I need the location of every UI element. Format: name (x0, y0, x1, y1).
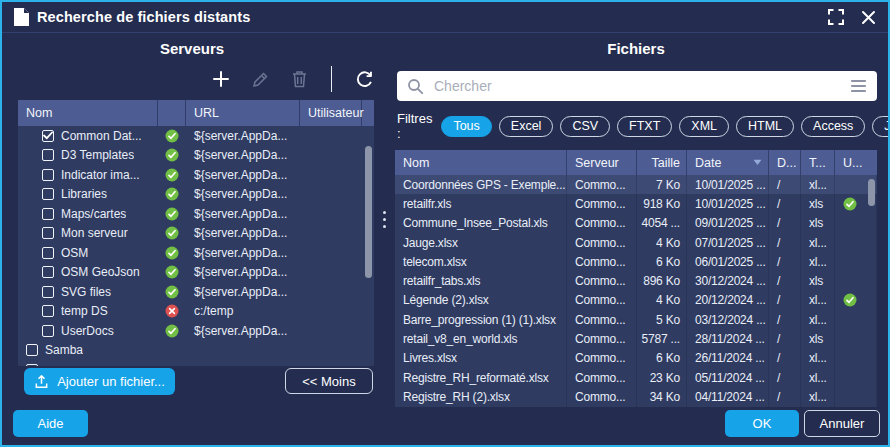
filter-pill-xml[interactable]: XML (679, 116, 729, 137)
server-row[interactable]: Mon serveur${server.AppDa... (18, 224, 374, 244)
less-button[interactable]: << Moins (285, 368, 373, 394)
filter-pill-json[interactable]: JSON (872, 116, 890, 137)
server-checkbox[interactable] (26, 364, 38, 366)
ok-button[interactable]: OK (725, 410, 799, 437)
file-row[interactable]: Barre_progression (1) (1).xlsxCommo...5 … (395, 310, 877, 329)
server-row[interactable]: Samba (18, 341, 374, 361)
fullscreen-button[interactable] (827, 8, 845, 26)
server-checkbox[interactable] (26, 344, 38, 356)
file-used (835, 252, 877, 271)
file-folder: / (769, 175, 801, 194)
used-ok-icon (843, 293, 857, 307)
server-column-header[interactable]: Nom (18, 100, 158, 126)
file-used (835, 368, 877, 387)
server-checkbox[interactable] (42, 169, 54, 181)
server-checkbox[interactable] (42, 208, 54, 220)
help-button[interactable]: Aide (13, 410, 88, 437)
server-row[interactable]: Libraries${server.AppDa... (18, 185, 374, 205)
file-row[interactable]: Registre_RH_reformaté.xlsxCommo...23 Ko0… (395, 368, 877, 387)
file-column-header[interactable]: Nom (395, 150, 567, 175)
refresh-servers-button[interactable] (355, 70, 374, 89)
files-scrollbar-thumb[interactable] (868, 179, 875, 206)
file-row[interactable]: Coordonnées GPS - Exemple....Commo...7 K… (395, 175, 877, 194)
file-row[interactable]: retailfr_tabs.xlsCommo...896 Ko30/12/202… (395, 271, 877, 290)
file-name: Barre_progression (1) (1).xlsx (395, 310, 567, 329)
file-size: 5 Ko (637, 310, 687, 329)
server-row[interactable]: SVG files${server.AppDa... (18, 282, 374, 302)
file-column-header[interactable]: Taille (637, 150, 687, 175)
server-row[interactable]: UserDocs${server.AppDa... (18, 321, 374, 341)
server-column-header[interactable]: URL (186, 100, 300, 126)
file-size: 23 Ko (637, 368, 687, 387)
file-used (835, 329, 877, 348)
server-table: NomURLUtilisateur Common Dat...${server.… (18, 100, 374, 366)
filter-pills: TousExcelCSVFTXTXMLHTMLAccessJSON (441, 116, 890, 137)
server-row[interactable]: Indicator ima...${server.AppDa... (18, 165, 374, 185)
server-row[interactable]: OSM GeoJson${server.AppDa... (18, 263, 374, 283)
edit-server-button[interactable] (251, 70, 270, 89)
file-column-header[interactable]: Serveur (567, 150, 637, 175)
server-checkbox[interactable] (42, 188, 54, 200)
server-name: Samba (45, 343, 83, 357)
file-name: Registre_RH (2).xlsx (395, 387, 567, 406)
add-server-button[interactable] (212, 70, 230, 88)
server-column-header[interactable] (158, 100, 186, 126)
filter-pill-csv[interactable]: CSV (560, 116, 610, 137)
server-row[interactable]: OSM${server.AppDa... (18, 243, 374, 263)
server-checkbox[interactable] (42, 247, 54, 259)
add-file-button[interactable]: Ajouter un fichier... (24, 368, 175, 395)
file-row[interactable]: Registre_RH (2).xlsxCommo...34 Ko04/11/2… (395, 387, 877, 406)
server-checkbox[interactable] (42, 325, 54, 337)
file-row[interactable]: Livres.xlsxCommo...6 Ko26/11/2024 .../xl… (395, 349, 877, 368)
file-row[interactable]: retail_v8_en_world.xlsCommo...5787 ...28… (395, 329, 877, 348)
file-type: xl... (801, 310, 835, 329)
server-row[interactable]: temp DSc:/temp (18, 302, 374, 322)
server-name: temp DS (61, 304, 108, 318)
server-scrollbar-thumb[interactable] (365, 146, 372, 278)
file-folder: / (769, 310, 801, 329)
filter-pill-tous[interactable]: Tous (441, 116, 491, 137)
server-column-header[interactable] (362, 100, 374, 126)
filter-pill-html[interactable]: HTML (736, 116, 794, 137)
file-server: Commo... (567, 368, 637, 387)
server-row[interactable] (18, 360, 374, 366)
file-size: 896 Ko (637, 271, 687, 290)
file-name: Registre_RH_reformaté.xlsx (395, 368, 567, 387)
filter-pill-ftxt[interactable]: FTXT (617, 116, 672, 137)
cancel-button[interactable]: Annuler (804, 410, 880, 437)
file-column-header[interactable]: T... (801, 150, 835, 175)
close-button[interactable] (861, 10, 876, 25)
server-column-header[interactable]: Utilisateur (300, 100, 362, 126)
file-row[interactable]: Jauge.xlsxCommo...4 Ko07/01/2025 .../xl.… (395, 233, 877, 252)
server-name: OSM (61, 246, 88, 260)
server-row[interactable]: Maps/cartes${server.AppDa... (18, 204, 374, 224)
file-row[interactable]: retailfr.xlsCommo...918 Ko10/01/2025 ...… (395, 194, 877, 213)
file-column-header[interactable]: U... (835, 150, 877, 175)
file-row[interactable]: Légende (2).xlsxCommo...4 Ko20/12/2024 .… (395, 291, 877, 310)
file-size: 6 Ko (637, 252, 687, 271)
server-checkbox[interactable] (42, 286, 54, 298)
server-checkbox[interactable] (42, 149, 54, 161)
server-checkbox[interactable] (42, 266, 54, 278)
file-row[interactable]: telecom.xlsxCommo...6 Ko06/01/2025 .../x… (395, 252, 877, 271)
filter-pill-access[interactable]: Access (801, 116, 865, 137)
filter-pill-excel[interactable]: Excel (499, 116, 554, 137)
server-checkbox[interactable] (42, 130, 54, 142)
server-checkbox[interactable] (42, 227, 54, 239)
status-ok-icon (165, 129, 179, 143)
search-menu-icon[interactable] (850, 79, 867, 93)
file-column-header[interactable]: Date (687, 150, 769, 175)
file-used (835, 233, 877, 252)
file-size: 5787 ... (637, 329, 687, 348)
file-row[interactable]: Commune_Insee_Postal.xlsCommo...4054 ...… (395, 214, 877, 233)
file-column-header[interactable]: D... (769, 150, 801, 175)
server-row[interactable]: Common Dat...${server.AppDa... (18, 126, 374, 146)
file-folder: / (769, 271, 801, 290)
delete-server-button[interactable] (291, 70, 308, 88)
server-list: Common Dat...${server.AppDa...D3 Templat… (18, 126, 374, 366)
server-checkbox[interactable] (42, 305, 54, 317)
search-input[interactable] (432, 77, 850, 95)
server-row[interactable]: D3 Templates${server.AppDa... (18, 146, 374, 166)
splitter-handle[interactable] (383, 211, 386, 228)
status-ok-icon (165, 246, 179, 260)
